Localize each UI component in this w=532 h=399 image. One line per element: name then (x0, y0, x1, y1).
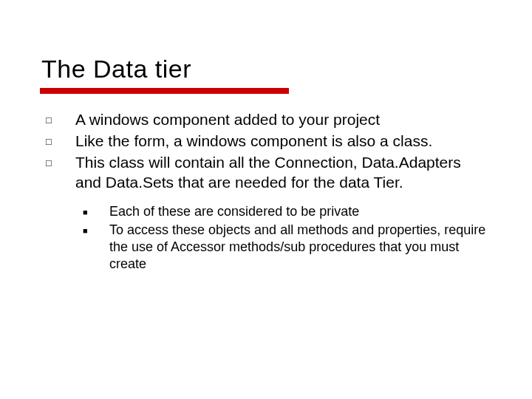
sub-bullet-list: ■ Each of these are considered to be pri… (41, 203, 491, 273)
list-item-text: A windows component added to your projec… (75, 110, 491, 130)
square-bullet-icon: ■ (80, 203, 109, 220)
box-bullet-icon: □ (41, 153, 75, 193)
list-item: □ A windows component added to your proj… (41, 110, 491, 130)
box-bullet-icon: □ (41, 110, 75, 130)
slide-title: The Data tier (41, 55, 491, 83)
bullet-list: □ A windows component added to your proj… (41, 110, 491, 273)
list-item-text: Each of these are considered to be priva… (109, 203, 491, 220)
list-item: □ Like the form, a windows component is … (41, 132, 491, 151)
list-item-text: Like the form, a windows component is al… (75, 132, 491, 151)
title-underline (40, 88, 289, 94)
list-item-text: To access these objects and all methods … (109, 222, 491, 273)
list-item-text: This class will contain all the Connecti… (75, 153, 491, 193)
square-bullet-icon: ■ (80, 222, 109, 273)
list-item: ■ To access these objects and all method… (80, 222, 491, 273)
list-item: ■ Each of these are considered to be pri… (80, 203, 491, 220)
box-bullet-icon: □ (41, 132, 75, 151)
list-item: □ This class will contain all the Connec… (41, 153, 491, 193)
